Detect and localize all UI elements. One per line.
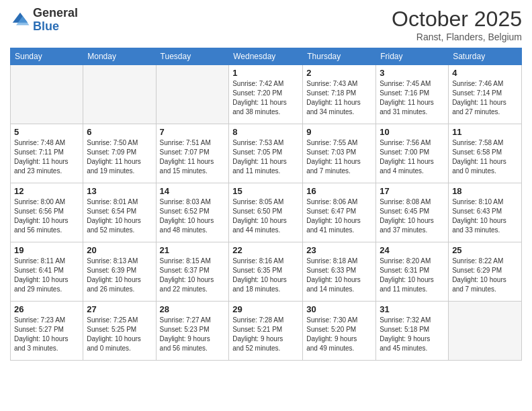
logo-general: General <box>33 7 78 20</box>
calendar-cell <box>449 302 522 361</box>
day-info: Sunrise: 7:25 AM Sunset: 5:25 PM Dayligh… <box>87 316 152 353</box>
calendar-cell: 10Sunrise: 7:56 AM Sunset: 7:00 PM Dayli… <box>376 124 449 183</box>
day-number: 1 <box>232 68 299 78</box>
header: General Blue October 2025 Ranst, Flander… <box>10 7 522 42</box>
calendar-cell: 14Sunrise: 8:03 AM Sunset: 6:52 PM Dayli… <box>156 183 229 242</box>
day-info: Sunrise: 8:05 AM Sunset: 6:50 PM Dayligh… <box>232 197 299 235</box>
calendar-table: SundayMondayTuesdayWednesdayThursdayFrid… <box>10 48 522 361</box>
weekday-header-wednesday: Wednesday <box>229 48 303 65</box>
week-row-4: 19Sunrise: 8:11 AM Sunset: 6:41 PM Dayli… <box>11 242 522 302</box>
day-info: Sunrise: 8:18 AM Sunset: 6:33 PM Dayligh… <box>306 257 372 294</box>
weekday-header-row: SundayMondayTuesdayWednesdayThursdayFrid… <box>11 48 522 65</box>
day-number: 25 <box>452 245 518 255</box>
calendar-cell: 26Sunrise: 7:23 AM Sunset: 5:27 PM Dayli… <box>11 302 83 361</box>
day-info: Sunrise: 8:11 AM Sunset: 6:41 PM Dayligh… <box>14 257 79 294</box>
weekday-header-saturday: Saturday <box>449 48 522 65</box>
day-number: 20 <box>87 245 152 255</box>
logo-text: General Blue <box>33 7 78 34</box>
logo: General Blue <box>10 7 78 34</box>
calendar-cell: 11Sunrise: 7:58 AM Sunset: 6:58 PM Dayli… <box>449 124 522 183</box>
week-row-5: 26Sunrise: 7:23 AM Sunset: 5:27 PM Dayli… <box>11 302 522 361</box>
day-info: Sunrise: 8:20 AM Sunset: 6:31 PM Dayligh… <box>380 257 445 294</box>
day-number: 7 <box>160 127 226 137</box>
day-number: 28 <box>160 304 226 314</box>
day-info: Sunrise: 8:10 AM Sunset: 6:43 PM Dayligh… <box>452 197 518 235</box>
day-info: Sunrise: 7:50 AM Sunset: 7:09 PM Dayligh… <box>87 138 152 176</box>
day-info: Sunrise: 7:46 AM Sunset: 7:14 PM Dayligh… <box>452 79 518 117</box>
month-title: October 2025 <box>392 7 522 32</box>
day-info: Sunrise: 8:16 AM Sunset: 6:35 PM Dayligh… <box>232 257 299 294</box>
day-info: Sunrise: 8:08 AM Sunset: 6:45 PM Dayligh… <box>380 197 445 235</box>
weekday-header-monday: Monday <box>83 48 156 65</box>
calendar-cell: 25Sunrise: 8:22 AM Sunset: 6:29 PM Dayli… <box>449 242 522 302</box>
day-info: Sunrise: 7:42 AM Sunset: 7:20 PM Dayligh… <box>232 79 299 117</box>
day-info: Sunrise: 7:30 AM Sunset: 5:20 PM Dayligh… <box>306 316 372 353</box>
day-number: 12 <box>14 186 79 196</box>
title-area: October 2025 Ranst, Flanders, Belgium <box>392 7 522 42</box>
day-number: 30 <box>306 304 372 314</box>
day-info: Sunrise: 8:15 AM Sunset: 6:37 PM Dayligh… <box>160 257 226 294</box>
weekday-header-tuesday: Tuesday <box>156 48 229 65</box>
day-number: 13 <box>87 186 152 196</box>
calendar-cell: 21Sunrise: 8:15 AM Sunset: 6:37 PM Dayli… <box>156 242 229 302</box>
day-info: Sunrise: 8:00 AM Sunset: 6:56 PM Dayligh… <box>14 197 79 235</box>
day-info: Sunrise: 7:43 AM Sunset: 7:18 PM Dayligh… <box>306 79 372 117</box>
calendar-cell: 29Sunrise: 7:28 AM Sunset: 5:21 PM Dayli… <box>229 302 303 361</box>
calendar-cell: 15Sunrise: 8:05 AM Sunset: 6:50 PM Dayli… <box>229 183 303 242</box>
day-info: Sunrise: 8:13 AM Sunset: 6:39 PM Dayligh… <box>87 257 152 294</box>
day-number: 5 <box>14 127 79 137</box>
location-subtitle: Ranst, Flanders, Belgium <box>392 32 522 42</box>
logo-icon <box>10 10 30 30</box>
calendar-cell: 18Sunrise: 8:10 AM Sunset: 6:43 PM Dayli… <box>449 183 522 242</box>
day-number: 21 <box>160 245 226 255</box>
day-number: 22 <box>232 245 299 255</box>
day-number: 14 <box>160 186 226 196</box>
day-number: 16 <box>306 186 372 196</box>
day-number: 24 <box>380 245 445 255</box>
calendar-cell <box>83 65 156 124</box>
page: General Blue October 2025 Ranst, Flander… <box>0 0 532 411</box>
calendar-cell: 27Sunrise: 7:25 AM Sunset: 5:25 PM Dayli… <box>83 302 156 361</box>
day-info: Sunrise: 8:06 AM Sunset: 6:47 PM Dayligh… <box>306 197 372 235</box>
day-number: 23 <box>306 245 372 255</box>
weekday-header-sunday: Sunday <box>11 48 83 65</box>
day-info: Sunrise: 7:53 AM Sunset: 7:05 PM Dayligh… <box>232 138 299 176</box>
calendar-cell: 3Sunrise: 7:45 AM Sunset: 7:16 PM Daylig… <box>376 65 449 124</box>
day-info: Sunrise: 7:58 AM Sunset: 6:58 PM Dayligh… <box>452 138 518 176</box>
day-info: Sunrise: 7:27 AM Sunset: 5:23 PM Dayligh… <box>160 316 226 353</box>
weekday-header-friday: Friday <box>376 48 449 65</box>
day-info: Sunrise: 8:01 AM Sunset: 6:54 PM Dayligh… <box>87 197 152 235</box>
day-number: 9 <box>306 127 372 137</box>
day-info: Sunrise: 7:28 AM Sunset: 5:21 PM Dayligh… <box>232 316 299 353</box>
day-number: 3 <box>380 68 445 78</box>
day-number: 10 <box>380 127 445 137</box>
day-number: 11 <box>452 127 518 137</box>
calendar-cell: 2Sunrise: 7:43 AM Sunset: 7:18 PM Daylig… <box>303 65 376 124</box>
calendar-cell: 28Sunrise: 7:27 AM Sunset: 5:23 PM Dayli… <box>156 302 229 361</box>
calendar-cell <box>156 65 229 124</box>
day-info: Sunrise: 7:48 AM Sunset: 7:11 PM Dayligh… <box>14 138 79 176</box>
calendar-cell: 9Sunrise: 7:55 AM Sunset: 7:03 PM Daylig… <box>303 124 376 183</box>
week-row-2: 5Sunrise: 7:48 AM Sunset: 7:11 PM Daylig… <box>11 124 522 183</box>
day-number: 19 <box>14 245 79 255</box>
day-number: 8 <box>232 127 299 137</box>
calendar-cell: 23Sunrise: 8:18 AM Sunset: 6:33 PM Dayli… <box>303 242 376 302</box>
day-info: Sunrise: 8:22 AM Sunset: 6:29 PM Dayligh… <box>452 257 518 294</box>
calendar-cell: 13Sunrise: 8:01 AM Sunset: 6:54 PM Dayli… <box>83 183 156 242</box>
calendar-cell: 7Sunrise: 7:51 AM Sunset: 7:07 PM Daylig… <box>156 124 229 183</box>
calendar-cell: 12Sunrise: 8:00 AM Sunset: 6:56 PM Dayli… <box>11 183 83 242</box>
day-info: Sunrise: 7:23 AM Sunset: 5:27 PM Dayligh… <box>14 316 79 353</box>
calendar-cell: 31Sunrise: 7:32 AM Sunset: 5:18 PM Dayli… <box>376 302 449 361</box>
day-number: 18 <box>452 186 518 196</box>
day-info: Sunrise: 7:51 AM Sunset: 7:07 PM Dayligh… <box>160 138 226 176</box>
calendar-cell: 22Sunrise: 8:16 AM Sunset: 6:35 PM Dayli… <box>229 242 303 302</box>
day-number: 29 <box>232 304 299 314</box>
day-number: 26 <box>14 304 79 314</box>
day-number: 4 <box>452 68 518 78</box>
calendar-cell: 30Sunrise: 7:30 AM Sunset: 5:20 PM Dayli… <box>303 302 376 361</box>
day-number: 17 <box>380 186 445 196</box>
calendar-cell: 16Sunrise: 8:06 AM Sunset: 6:47 PM Dayli… <box>303 183 376 242</box>
day-info: Sunrise: 7:55 AM Sunset: 7:03 PM Dayligh… <box>306 138 372 176</box>
calendar-cell: 24Sunrise: 8:20 AM Sunset: 6:31 PM Dayli… <box>376 242 449 302</box>
calendar-cell: 8Sunrise: 7:53 AM Sunset: 7:05 PM Daylig… <box>229 124 303 183</box>
